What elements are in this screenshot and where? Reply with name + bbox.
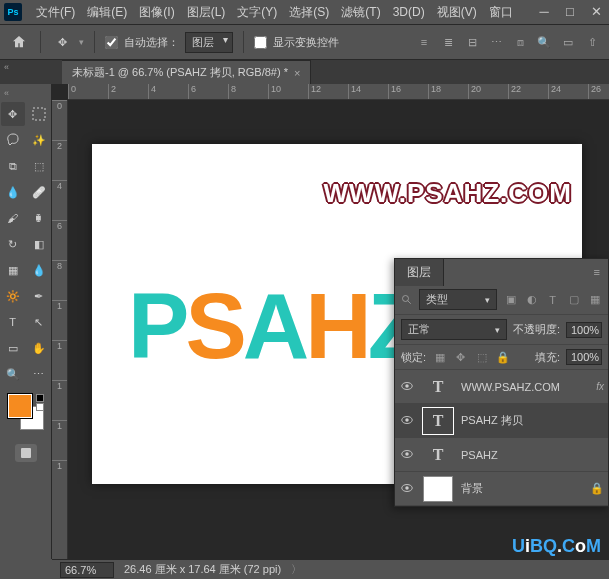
filter-text-icon[interactable]: T [545, 292, 560, 307]
healing-brush-tool[interactable]: 🩹 [27, 180, 51, 204]
blur-tool[interactable]: 💧 [27, 258, 51, 282]
search-icon [401, 294, 413, 306]
layer-thumbnail: T [423, 442, 453, 468]
window-controls: ─ □ ✕ [531, 0, 609, 22]
filter-pixel-icon[interactable]: ▣ [503, 292, 518, 307]
show-transform-label: 显示变换控件 [273, 35, 339, 50]
fx-badge[interactable]: fx [596, 381, 604, 392]
blend-mode-dropdown[interactable]: 正常 [401, 319, 507, 340]
auto-select-label: 自动选择： [124, 35, 179, 50]
3d-mode-icon[interactable]: ⧈ [511, 33, 529, 51]
brush-tool[interactable]: 🖌 [1, 206, 25, 230]
slice-tool[interactable]: ⬚ [27, 154, 51, 178]
lock-all-icon[interactable]: 🔒 [495, 350, 510, 365]
fill-label: 填充: [535, 350, 560, 365]
opacity-label: 不透明度: [513, 322, 560, 337]
zoom-tool[interactable]: 🔍 [1, 362, 25, 386]
layer-name: WWW.PSAHZ.COM [461, 381, 588, 393]
window-maximize-icon[interactable]: □ [557, 0, 583, 22]
menu-image[interactable]: 图像(I) [133, 4, 180, 21]
move-tool-icon[interactable]: ✥ [51, 31, 73, 53]
visibility-icon[interactable] [399, 413, 415, 429]
layer-row[interactable]: T PSAHZ [395, 438, 608, 472]
gradient-tool[interactable]: ▦ [1, 258, 25, 282]
filter-smart-icon[interactable]: ▦ [587, 292, 602, 307]
text-tool[interactable]: T [1, 310, 25, 334]
svg-rect-0 [33, 108, 45, 120]
menu-view[interactable]: 视图(V) [431, 4, 483, 21]
clone-stamp-tool[interactable]: ⧯ [27, 206, 51, 230]
align-icon[interactable]: ⊟ [463, 33, 481, 51]
align-icon[interactable]: ≣ [439, 33, 457, 51]
lock-position-icon[interactable]: ✥ [453, 350, 468, 365]
share-icon[interactable]: ⇧ [583, 33, 601, 51]
filter-shape-icon[interactable]: ▢ [566, 292, 581, 307]
menu-file[interactable]: 文件(F) [30, 4, 81, 21]
show-transform-checkbox[interactable] [254, 36, 267, 49]
window-minimize-icon[interactable]: ─ [531, 0, 557, 22]
home-icon[interactable] [8, 31, 30, 53]
svg-point-8 [405, 452, 409, 456]
layer-list: T WWW.PSAHZ.COM fx T PSAHZ 拷贝 T PSAHZ 背景… [395, 370, 608, 506]
layers-panel: 图层 ≡ 类型 ▣ ◐ T ▢ ▦ 正常 不透明度: 100% 锁定: ▦ ✥ … [394, 258, 609, 507]
toolbox: « ✥ ✨ ⧉ ⬚ 💧 🩹 🖌 ⧯ ↻ ◧ ▦ 💧 🔆 ✒ T ↖ ▭ ✋ 🔍 … [0, 84, 52, 559]
move-tool[interactable]: ✥ [1, 102, 25, 126]
shape-tool[interactable]: ▭ [1, 336, 25, 360]
layer-row[interactable]: 背景 🔒 [395, 472, 608, 506]
history-brush-tool[interactable]: ↻ [1, 232, 25, 256]
menu-text[interactable]: 文字(Y) [231, 4, 283, 21]
collapse-toolbox-icon[interactable]: « [0, 88, 9, 98]
lock-pixels-icon[interactable]: ▦ [432, 350, 447, 365]
menu-3d[interactable]: 3D(D) [387, 5, 431, 19]
magic-wand-tool[interactable]: ✨ [27, 128, 51, 152]
path-selection-tool[interactable]: ↖ [27, 310, 51, 334]
layer-row[interactable]: T PSAHZ 拷贝 [395, 404, 608, 438]
search-icon[interactable]: 🔍 [535, 33, 553, 51]
lasso-tool[interactable] [1, 128, 25, 152]
eraser-tool[interactable]: ◧ [27, 232, 51, 256]
eyedropper-tool[interactable]: 💧 [1, 180, 25, 204]
close-tab-icon[interactable]: × [294, 67, 300, 79]
document-tab-bar: « 未标题-1 @ 66.7% (PSAHZ 拷贝, RGB/8#) * × [0, 60, 609, 84]
crop-tool[interactable]: ⧉ [1, 154, 25, 178]
auto-select-target-dropdown[interactable]: 图层 [185, 32, 233, 53]
marquee-tool[interactable] [27, 102, 51, 126]
dodge-tool[interactable]: 🔆 [1, 284, 25, 308]
align-icon[interactable]: ≡ [415, 33, 433, 51]
layers-panel-tab[interactable]: 图层 [395, 259, 444, 286]
auto-select-checkbox[interactable] [105, 36, 118, 49]
layer-filter-dropdown[interactable]: 类型 [419, 289, 497, 310]
opacity-value[interactable]: 100% [566, 322, 602, 338]
layer-thumbnail: T [423, 374, 453, 400]
visibility-icon[interactable] [399, 379, 415, 395]
layer-row[interactable]: T WWW.PSAHZ.COM fx [395, 370, 608, 404]
visibility-icon[interactable] [399, 447, 415, 463]
menu-select[interactable]: 选择(S) [283, 4, 335, 21]
hand-tool[interactable]: ✋ [27, 336, 51, 360]
quick-mask-icon[interactable] [15, 444, 37, 462]
window-close-icon[interactable]: ✕ [583, 0, 609, 22]
zoom-level[interactable]: 66.7% [60, 562, 114, 578]
document-tab[interactable]: 未标题-1 @ 66.7% (PSAHZ 拷贝, RGB/8#) * × [62, 60, 311, 84]
visibility-icon[interactable] [399, 481, 415, 497]
options-icon[interactable]: ⋯ [487, 33, 505, 51]
pen-tool[interactable]: ✒ [27, 284, 51, 308]
panel-menu-icon[interactable]: ≡ [586, 266, 608, 278]
menu-edit[interactable]: 编辑(E) [81, 4, 133, 21]
layer-name: 背景 [461, 481, 582, 496]
menu-window[interactable]: 窗口 [483, 4, 519, 21]
color-swatches[interactable] [8, 394, 44, 430]
menu-filter[interactable]: 滤镜(T) [335, 4, 386, 21]
menu-layer[interactable]: 图层(L) [181, 4, 232, 21]
fill-value[interactable]: 100% [566, 349, 602, 365]
filter-adjustment-icon[interactable]: ◐ [524, 292, 539, 307]
svg-point-10 [405, 486, 409, 490]
edit-toolbar[interactable]: ⋯ [27, 362, 51, 386]
foreground-color[interactable] [8, 394, 32, 418]
lock-artboard-icon[interactable]: ⬚ [474, 350, 489, 365]
options-bar: ✥ ▾ 自动选择： 图层 显示变换控件 ≡ ≣ ⊟ ⋯ ⧈ 🔍 ▭ ⇧ [0, 24, 609, 60]
svg-point-1 [403, 295, 409, 301]
default-colors-icon[interactable] [36, 394, 44, 411]
ruler-vertical: 0246811111 [52, 100, 68, 559]
workspace-icon[interactable]: ▭ [559, 33, 577, 51]
